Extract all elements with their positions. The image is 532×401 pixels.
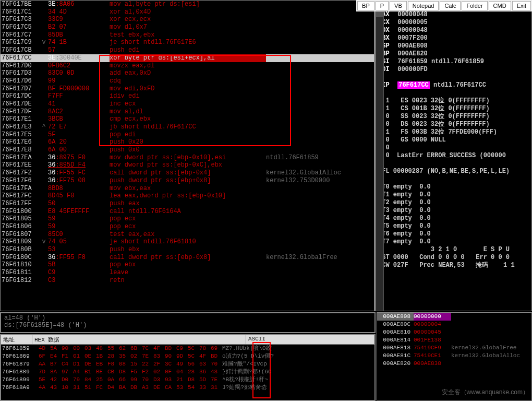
disasm-row[interactable]: 76F6180B53push ebx: [1, 246, 374, 254]
disasm-row[interactable]: 76F617DE41inc ecx: [1, 100, 374, 108]
disasm-row[interactable]: 76F617CB57push edi: [1, 46, 374, 54]
reg-eax[interactable]: EAX 00000048: [378, 11, 531, 19]
stack-row[interactable]: 000AE820000AE838: [377, 360, 531, 368]
disasm-row[interactable]: 76F617C785DBtest ebx,ebx: [1, 31, 374, 39]
fpu-reg: ST7 empty 0.0: [378, 238, 531, 246]
scrollbar[interactable]: [376, 9, 384, 311]
dump-row[interactable]: 76F61879AAB7C4D1DEEBF80815222F3C49566370…: [1, 360, 374, 368]
dump-col-ascii[interactable]: ASCII: [246, 335, 374, 344]
toolbar-cmd[interactable]: CMD: [489, 1, 511, 10]
instruction: test ebx,ebx: [110, 31, 266, 39]
reg-edi[interactable]: EDI 000000FD: [378, 66, 531, 74]
disasm-row[interactable]: 76F617FA8BD8mov ebx,eax: [1, 185, 374, 193]
dump-row[interactable]: 76F618A94A43103151FCD4BADBA3DECA53543331…: [1, 384, 374, 392]
toolbar: BPPVBNotepadCalcFolderCMDExit: [356, 0, 532, 11]
dump-panel[interactable]: 地址 HEX 数据 ASCII 76F618594D5A900003485562…: [0, 334, 376, 401]
reg-edx[interactable]: EDX 00000048: [378, 27, 531, 34]
disasm-row[interactable]: 76F617E66A 20push 0x20: [1, 138, 374, 146]
disasm-row[interactable]: 76F617E55Fpop edi: [1, 131, 374, 139]
toolbar-exit[interactable]: Exit: [512, 1, 531, 10]
fpu-status: FST 0000 Cond 0 0 0 0 Err 0 0 0: [378, 254, 531, 262]
disasm-row[interactable]: 76F617D7BF FD000000mov edi,0xFD: [1, 85, 374, 93]
disasm-row[interactable]: 76F617E86A 00push 0x0: [1, 146, 374, 154]
disasm-row[interactable]: 76F617F236:FF55 FCcall dword ptr ss:[ebp…: [1, 169, 374, 177]
flow-arrow: [40, 92, 48, 100]
disasm-row[interactable]: 76F6180785C0test eax,eax: [1, 231, 374, 239]
flow-arrow: [40, 292, 48, 300]
stack-row[interactable]: 000AE81C75419CE1kernel32.GlobalAlloc: [377, 352, 531, 360]
comment: kernel32.GlobalAlloc: [266, 169, 341, 177]
stack-row[interactable]: 000AE814001FE138: [377, 336, 531, 344]
disasm-row[interactable]: 76F617D383C0 0Dadd eax,0xD: [1, 69, 374, 77]
stack-row[interactable]: 000AE80C00000004: [377, 321, 531, 328]
disasm-row[interactable]: 76F617DF8AC2mov al,dl: [1, 108, 374, 116]
flag-line: T 0 GS 0000 NULL: [378, 136, 531, 144]
disasm-row[interactable]: 76F617DCF7FFidiv edi: [1, 92, 374, 100]
dump-row[interactable]: 76F618897D8A97A4B1BECBD8F5F2020F04283643…: [1, 368, 374, 376]
disasm-row[interactable]: 76F617C134 4Dxor al,0x4D: [1, 8, 374, 16]
toolbar-folder[interactable]: Folder: [462, 1, 487, 10]
disasm-row[interactable]: 76F617C9v74 1Bje short ntdll.76F617E6: [1, 39, 374, 46]
reg-esi[interactable]: ESI 76F61859 ntdll.76F61859: [378, 58, 531, 66]
disasm-row[interactable]: 76F6180C36:FF55 F8call dword ptr ss:[ebp…: [1, 254, 374, 262]
stack-addr: 000AE814: [377, 336, 414, 344]
disasm-row[interactable]: 76F617C5B2 07mov dl,0x7: [1, 23, 374, 31]
dump-hex: AAB7C4D1DEEBF80815222F3C49566370: [39, 360, 222, 368]
dump-row[interactable]: 76F618696FE4F1010E1B2835027E83909D5C4FBD…: [1, 352, 374, 360]
dump-row[interactable]: 76F618594D5A9000034855626B7C4FBDC95C7869…: [1, 345, 374, 352]
disasm-row[interactable]: 76F617EA36:8975 F0mov dword ptr ss:[ebp-…: [1, 154, 374, 162]
disasm-row[interactable]: 76F6180559pop ecx: [1, 215, 374, 223]
disasm-row[interactable]: 76F61809v74 05je short ntdll.76F61810: [1, 238, 374, 246]
reg-eip[interactable]: EIP 76F617CC ntdll.76F617CC: [378, 81, 531, 89]
disasm-row[interactable]: 76F617EE36:895D F4mov dword ptr ss:[ebp-…: [1, 161, 374, 169]
toolbar-p[interactable]: P: [376, 1, 389, 10]
instruction: pop ecx: [110, 215, 266, 223]
disasm-panel[interactable]: 76F617BE3E:8A06mov al,byte ptr ds:[esi]7…: [0, 0, 376, 311]
dump-col-addr[interactable]: 地址: [1, 335, 32, 344]
disasm-row[interactable]: 76F618105Bpop ebx: [1, 261, 374, 269]
dump-col-hex[interactable]: HEX 数据: [32, 335, 246, 344]
stack-row[interactable]: 000AE80800000000: [377, 313, 531, 321]
flow-arrow: [40, 146, 48, 154]
disasm-row[interactable]: 76F61800E8 45FEFFFFcall ntdll.76F6164A: [1, 208, 374, 216]
reg-esp[interactable]: ESP 000AE808: [378, 42, 531, 50]
disasm-row[interactable]: 76F617FC8D45 F0lea eax,dword ptr ss:[ebp…: [1, 192, 374, 200]
dump-row[interactable]: 76F618995E42D07984250A669970D39321D85D7E…: [1, 376, 374, 384]
reg-ecx[interactable]: ECX 00000005: [378, 19, 531, 27]
disasm-row[interactable]: 76F617E3^72 E7jb short ntdll.76F617CC: [1, 123, 374, 131]
stack-row[interactable]: 000AE81000000045: [377, 328, 531, 336]
comment: kernel32.GlobalFree: [266, 254, 337, 262]
disasm-row[interactable]: 76F61811C9leave: [1, 269, 374, 277]
bytes: 34 4D: [48, 8, 110, 16]
toolbar-calc[interactable]: Calc: [440, 1, 461, 10]
disasm-row[interactable]: 76F617FF50push eax: [1, 200, 374, 208]
toolbar-notepad[interactable]: Notepad: [408, 1, 439, 10]
reg-ebp[interactable]: EBP 000AE820: [378, 50, 531, 58]
disasm-row[interactable]: 76F617F636:FF75 08push dword ptr ss:[ebp…: [1, 177, 374, 185]
addr: 76F617BE: [1, 1, 40, 8]
toolbar-bp[interactable]: BP: [357, 1, 374, 10]
flag-line: D 0: [378, 144, 531, 152]
registers-panel[interactable]: EAX 00000048ECX 00000005EDX 00000048EBX …: [376, 0, 532, 311]
disasm-row[interactable]: 76F6180659pop ecx: [1, 223, 374, 231]
reg-ebx[interactable]: EBX 0007F200: [378, 34, 531, 42]
stack-val: 001FE138: [414, 336, 451, 344]
instruction: lea eax,dword ptr ss:[ebp-0x10]: [110, 192, 266, 200]
disasm-row[interactable]: [1, 284, 374, 292]
disasm-row[interactable]: [1, 292, 374, 300]
disasm-row[interactable]: 76F617CC3E:30040Exor byte ptr ds:[esi+ec…: [1, 54, 374, 62]
disasm-row[interactable]: 76F617D00FB6C2movzx eax,dl: [1, 62, 374, 70]
addr: 76F61809: [1, 238, 40, 246]
disasm-row[interactable]: [1, 300, 374, 308]
instruction: mov dword ptr ss:[ebp-0x10],esi: [110, 154, 266, 162]
disasm-row[interactable]: 76F617D699cdq: [1, 77, 374, 85]
toolbar-vb[interactable]: VB: [390, 1, 407, 10]
fpu-reg: ST2 empty 0.0: [378, 199, 531, 207]
disasm-row[interactable]: 76F617E13BCBcmp ecx,ebx: [1, 115, 374, 123]
disasm-row[interactable]: 76F61812C3retn: [1, 277, 374, 285]
disasm-row[interactable]: 76F617C333C9xor ecx,ecx: [1, 16, 374, 23]
instruction: test eax,eax: [110, 231, 266, 239]
bytes: 85C0: [48, 231, 110, 239]
disasm-row[interactable]: 76F617BE3E:8A06mov al,byte ptr ds:[esi]: [1, 1, 374, 8]
stack-row[interactable]: 000AE81875419CF9kernel32.GlobalFree: [377, 344, 531, 352]
